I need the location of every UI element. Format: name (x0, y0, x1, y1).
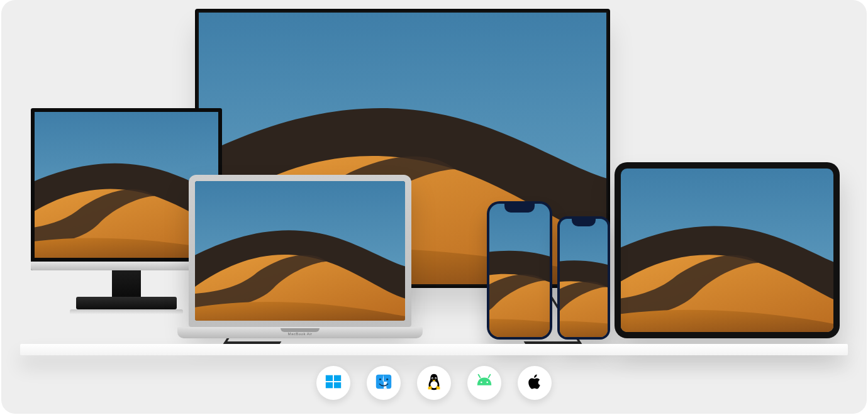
tablet-screen (621, 169, 833, 332)
svg-point-6 (379, 379, 381, 380)
laptop-screen (195, 181, 405, 321)
svg-point-14 (481, 382, 482, 384)
phone-notch-icon (572, 219, 596, 226)
phone-small-screen (560, 219, 608, 337)
hero-card: MacBook Air (1, 0, 867, 414)
platform-windows[interactable] (316, 366, 350, 400)
svg-point-13 (435, 378, 436, 379)
platform-android[interactable] (467, 366, 501, 400)
phone-large-device (487, 201, 552, 340)
svg-rect-3 (326, 382, 333, 388)
device-stage: MacBook Air (1, 0, 867, 352)
tablet-device (615, 162, 840, 338)
svg-point-7 (386, 379, 388, 380)
apple-icon (525, 372, 544, 394)
finder-icon (374, 372, 393, 394)
svg-line-16 (479, 375, 481, 378)
svg-rect-4 (334, 382, 341, 388)
tux-icon (425, 372, 443, 394)
shelf (20, 344, 848, 355)
platform-ios[interactable] (518, 366, 552, 400)
platform-macos[interactable] (367, 366, 401, 400)
svg-rect-1 (326, 375, 333, 381)
laptop-lid (189, 175, 411, 327)
platform-row (1, 366, 867, 400)
phone-small-device (557, 216, 610, 340)
svg-rect-2 (334, 375, 341, 381)
monitor-stand (76, 297, 177, 309)
svg-line-17 (489, 375, 491, 378)
laptop-device: MacBook Air (177, 175, 423, 345)
phone-notch-icon (504, 204, 535, 213)
phone-large-screen (489, 204, 550, 337)
android-icon (475, 372, 494, 394)
windows-icon (324, 372, 343, 394)
svg-point-15 (486, 382, 488, 384)
svg-point-12 (432, 378, 433, 379)
platform-linux[interactable] (417, 366, 451, 400)
laptop-brand-label: MacBook Air (177, 332, 423, 336)
